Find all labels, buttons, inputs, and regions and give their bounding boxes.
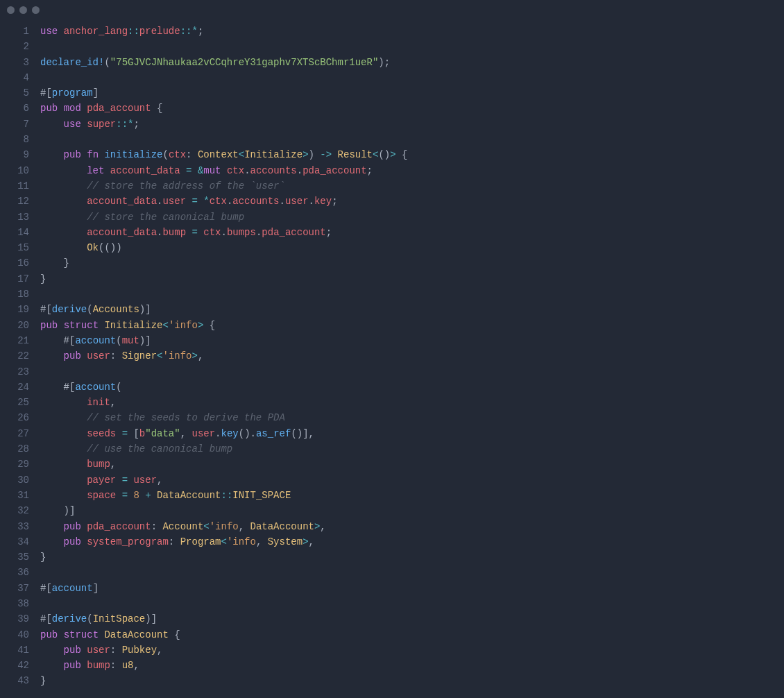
token-nm: 'info: [210, 521, 239, 532]
code-line[interactable]: #[account]: [40, 581, 784, 596]
token-pn: ): [309, 149, 321, 160]
code-line[interactable]: use super::*;: [40, 117, 784, 132]
token-id: space: [87, 490, 116, 501]
code-line[interactable]: pub mod pda_account {: [40, 101, 784, 116]
token-op: *: [203, 196, 209, 207]
token-fnm: key: [221, 428, 239, 439]
token-op: +: [145, 490, 151, 501]
code-line[interactable]: }: [40, 673, 784, 688]
code-line[interactable]: let account_data = &mut ctx.accounts.pda…: [40, 163, 784, 178]
code-line[interactable]: pub struct Initialize<'info> {: [40, 318, 784, 333]
token-ty: InitSpace: [93, 613, 146, 624]
code-lines[interactable]: use anchor_lang::prelude::*;declare_id!(…: [35, 24, 784, 689]
line-number: 27: [0, 426, 29, 441]
token-ty: INIT_SPACE: [232, 490, 291, 501]
token-op: =: [122, 428, 128, 439]
token-kw: mod: [64, 103, 81, 114]
code-line[interactable]: [40, 70, 784, 85]
token-kw: pub: [64, 521, 81, 532]
token-id: super: [87, 119, 116, 130]
editor-window: 1234567891011121314151617181920212223242…: [0, 0, 784, 698]
code-line[interactable]: #[account(: [40, 380, 784, 395]
token-pn: [151, 490, 157, 501]
code-line[interactable]: account_data.user = *ctx.accounts.user.k…: [40, 194, 784, 209]
token-id: user: [162, 196, 186, 207]
token-pn: [81, 536, 87, 547]
token-id: b: [139, 428, 145, 439]
code-line[interactable]: [40, 132, 784, 147]
token-pn: [40, 350, 64, 361]
code-line[interactable]: #[account(mut)]: [40, 333, 784, 348]
token-id: bump: [87, 459, 110, 470]
token-kw: pub: [64, 660, 81, 671]
token-pn: (: [116, 335, 121, 346]
code-line[interactable]: #[program]: [40, 85, 784, 101]
token-at: #[: [40, 613, 52, 624]
code-line[interactable]: bump,: [40, 457, 784, 472]
minimize-icon[interactable]: [19, 6, 27, 14]
line-number: 11: [0, 178, 29, 194]
code-line[interactable]: // use the canonical bump: [40, 441, 784, 457]
line-number: 7: [0, 117, 29, 132]
code-line[interactable]: use anchor_lang::prelude::*;: [40, 24, 784, 39]
code-line[interactable]: // set the seeds to derive the PDA: [40, 410, 784, 425]
code-line[interactable]: [40, 565, 784, 580]
token-pn: ;: [367, 165, 373, 176]
token-id: system_program: [87, 536, 169, 547]
token-kw: pub: [40, 629, 58, 640]
code-line[interactable]: [40, 39, 784, 54]
token-nm: 'info: [227, 536, 256, 547]
code-line[interactable]: [40, 596, 784, 611]
code-line[interactable]: }: [40, 271, 784, 287]
token-ty: Initialize: [244, 149, 302, 160]
close-icon[interactable]: [7, 6, 15, 14]
code-line[interactable]: #[derive(Accounts)]: [40, 302, 784, 317]
code-line[interactable]: #[derive(InitSpace)]: [40, 611, 784, 627]
code-line[interactable]: [40, 287, 784, 302]
code-line[interactable]: account_data.bump = ctx.bumps.pda_accoun…: [40, 225, 784, 240]
token-pn: [40, 212, 87, 223]
token-pn: (): [378, 149, 390, 160]
token-pn: ,: [198, 350, 203, 361]
line-number-gutter: 1234567891011121314151617181920212223242…: [0, 24, 35, 689]
code-line[interactable]: declare_id!("75GJVCJNhaukaa2vCCqhreY31ga…: [40, 55, 784, 70]
code-line[interactable]: space = 8 + DataAccount::INIT_SPACE: [40, 488, 784, 503]
token-pn: [40, 459, 87, 470]
token-op: >: [192, 350, 198, 361]
code-line[interactable]: pub user: Pubkey,: [40, 642, 784, 658]
token-pn: }: [40, 552, 46, 563]
code-line[interactable]: seeds = [b"data", user.key().as_ref()],: [40, 426, 784, 441]
line-number: 28: [0, 441, 29, 457]
token-pn: (: [87, 304, 92, 315]
code-line[interactable]: pub bump: u8,: [40, 658, 784, 673]
code-line[interactable]: }: [40, 255, 784, 271]
token-fnm: derive: [52, 613, 87, 624]
code-area[interactable]: 1234567891011121314151617181920212223242…: [0, 19, 784, 689]
code-line[interactable]: }: [40, 550, 784, 565]
code-line[interactable]: pub fn initialize(ctx: Context<Initializ…: [40, 147, 784, 162]
code-line[interactable]: // store the address of the `user`: [40, 178, 784, 194]
code-line[interactable]: [40, 364, 784, 380]
token-id: accounts: [232, 196, 279, 207]
line-number: 8: [0, 132, 29, 147]
token-cm: // use the canonical bump: [87, 443, 232, 454]
code-line[interactable]: pub pda_account: Account<'info, DataAcco…: [40, 519, 784, 534]
token-pn: ().: [239, 428, 256, 439]
code-line[interactable]: Ok(()): [40, 240, 784, 255]
token-id: account_data: [110, 165, 180, 176]
line-number: 13: [0, 210, 29, 225]
token-pn: ;: [332, 196, 337, 207]
code-line[interactable]: pub struct DataAccount {: [40, 627, 784, 642]
token-id: ctx: [227, 165, 244, 176]
token-id: anchor_lang: [64, 26, 128, 37]
line-number: 9: [0, 147, 29, 162]
token-nm: 8: [133, 490, 139, 501]
code-line[interactable]: pub user: Signer<'info>,: [40, 348, 784, 364]
code-line[interactable]: init,: [40, 395, 784, 410]
maximize-icon[interactable]: [32, 6, 40, 14]
code-line[interactable]: )]: [40, 503, 784, 518]
code-line[interactable]: payer = user,: [40, 473, 784, 488]
code-line[interactable]: // store the canonical bump: [40, 210, 784, 225]
code-line[interactable]: pub system_program: Program<'info, Syste…: [40, 534, 784, 550]
token-op: ::*: [180, 26, 198, 37]
